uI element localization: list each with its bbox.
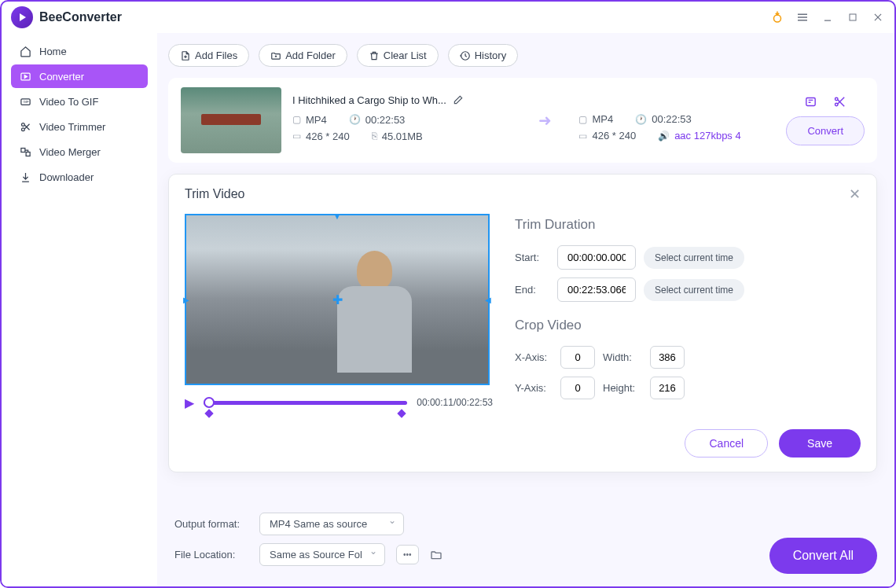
size-icon: ⎘ [372,130,377,141]
save-button[interactable]: Save [779,429,861,458]
sidebar-item-merger[interactable]: Video Merger [11,140,148,164]
res-icon: ▭ [578,130,587,141]
file-location-input[interactable] [259,543,385,566]
convert-all-button[interactable]: Convert All [769,538,877,574]
svg-point-13 [21,127,24,130]
folder-icon[interactable] [430,549,442,561]
timeline[interactable] [204,395,407,410]
crop-handle-tl[interactable] [185,214,196,225]
sidebar: Home Converter GIF Video To GIF Video Tr… [2,33,157,586]
maximize-icon[interactable] [846,10,860,24]
sidebar-item-label: Downloader [39,171,94,183]
svg-text:GIF: GIF [23,100,29,104]
svg-line-15 [24,123,29,128]
crop-handle-l[interactable]: ▶ [183,296,189,304]
output-format-select[interactable]: MP4 Same as source [259,513,404,535]
merger-icon [19,145,31,158]
file-location-label: File Location: [174,549,248,560]
modal-close-icon[interactable]: ✕ [849,186,861,203]
height-input[interactable] [650,377,685,399]
crop-heading: Crop Video [515,318,861,333]
crop-handle-tr[interactable] [479,214,490,225]
gif-icon: GIF [19,95,31,108]
sidebar-item-gif[interactable]: GIF Video To GIF [11,90,148,113]
end-label: End: [515,284,549,296]
toolbar: Add Files Add Folder Clear List History [168,44,877,67]
start-input[interactable] [557,245,636,270]
res-icon: ▭ [292,130,301,141]
audio-icon: 🔊 [658,130,670,141]
trimmer-icon [19,120,31,133]
dst-resolution: 426 * 240 [592,130,636,141]
sidebar-item-trimmer[interactable]: Video Trimmer [11,115,148,138]
cancel-button[interactable]: Cancel [685,429,768,458]
premium-icon[interactable] [770,10,784,24]
clock-icon: 🕐 [635,114,647,125]
content-area: Add Files Add Folder Clear List History … [157,33,894,586]
location-more-button[interactable]: ••• [396,545,419,564]
sidebar-item-label: Converter [39,71,84,83]
sidebar-item-label: Video To GIF [39,96,98,108]
sidebar-item-label: Video Trimmer [39,121,105,133]
arrow-icon: ➜ [538,111,552,130]
timeline-end-marker[interactable] [398,409,406,417]
titlebar: BeeConverter [2,2,894,33]
xaxis-input[interactable] [560,346,595,369]
scissors-icon[interactable] [833,95,846,108]
timeline-start-marker[interactable] [204,409,213,417]
file-title-row: I Hitchhiked a Cargo Ship to Wh... [292,94,512,106]
svg-point-0 [774,15,781,22]
download-icon [19,171,31,183]
app-name: BeeConverter [39,10,122,24]
select-current-start[interactable]: Select current time [644,247,744,269]
history-icon [460,50,471,61]
src-format: MP4 [306,114,327,126]
svg-rect-16 [20,148,24,152]
edit-icon[interactable] [453,94,464,105]
footer: Output format: MP4 Same as source File L… [157,505,894,586]
add-files-button[interactable]: Add Files [168,44,249,67]
svg-rect-17 [26,152,30,156]
file-title: I Hitchhiked a Cargo Ship to Wh... [292,94,446,106]
menu-icon[interactable] [795,10,810,24]
sidebar-item-downloader[interactable]: Downloader [11,165,148,189]
clock-icon: 🕐 [349,114,361,125]
add-folder-button[interactable]: Add Folder [259,44,347,67]
trim-heading: Trim Duration [515,217,861,233]
yaxis-input[interactable] [560,377,595,399]
play-button[interactable]: ▶ [185,395,194,410]
history-button[interactable]: History [448,44,518,67]
svg-marker-9 [24,75,27,78]
sidebar-item-converter[interactable]: Converter [11,64,148,88]
trim-modal: Trim Video ✕ ▼ ▶ ◀ ✚ [168,174,877,472]
format-icon: ▢ [292,114,301,125]
minimize-icon[interactable] [821,10,835,24]
timeline-start-handle[interactable] [204,397,215,408]
clear-list-button[interactable]: Clear List [357,44,439,67]
crop-center-icon[interactable]: ✚ [332,292,343,307]
close-icon[interactable] [871,10,885,24]
modal-title: Trim Video [185,187,244,201]
app-logo-wrap: BeeConverter [11,6,122,28]
crop-handle-bl[interactable] [185,374,196,385]
video-thumbnail[interactable] [181,87,281,153]
select-current-end[interactable]: Select current time [644,279,744,301]
svg-rect-5 [850,14,856,20]
home-icon [19,45,31,57]
format-icon: ▢ [578,114,587,125]
crop-handle-t[interactable]: ▼ [333,212,341,221]
folder-plus-icon [270,50,281,61]
trash-icon [369,50,380,61]
convert-button[interactable]: Convert [786,116,865,145]
crop-handle-r[interactable]: ◀ [485,296,491,304]
file-card: I Hitchhiked a Cargo Ship to Wh... ▢MP4 … [168,78,877,163]
sidebar-item-home[interactable]: Home [11,39,148,63]
end-input[interactable] [557,277,636,302]
dst-audio: aac 127kbps 4 [674,130,741,141]
crop-handle-br[interactable] [479,374,490,385]
file-plus-icon [180,50,191,61]
settings-icon[interactable] [804,95,817,108]
width-input[interactable] [650,346,685,369]
video-preview[interactable]: ▼ ▶ ◀ ✚ [185,214,490,385]
timeline-timecode: 00:00:11/00:22:53 [417,397,493,408]
